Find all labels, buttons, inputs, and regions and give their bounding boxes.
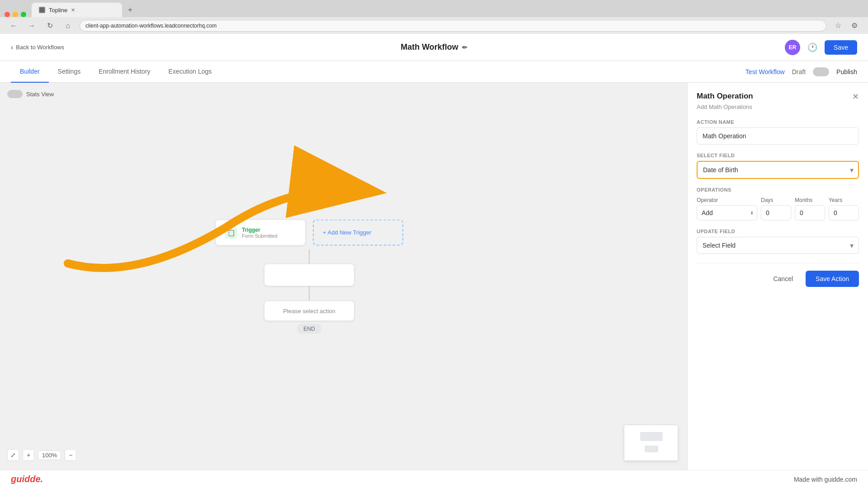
stats-toggle-switch[interactable] — [7, 90, 23, 98]
workflow-canvas[interactable]: Stats View 📋 Trigger Form Submitted + Ad… — [0, 83, 687, 470]
panel-close-button[interactable]: ✕ — [852, 92, 859, 102]
toolbar-icons: ☆ ⚙ — [832, 19, 861, 32]
sub-nav-tabs: Builder Settings Enrollment History Exec… — [11, 61, 745, 83]
connector-line-2 — [309, 286, 310, 300]
days-input[interactable] — [761, 205, 791, 221]
expand-icon[interactable]: ⤢ — [7, 449, 19, 461]
publish-button[interactable]: Publish — [836, 68, 857, 75]
browser-tab-topline[interactable]: Topline ✕ — [32, 3, 122, 17]
operator-select[interactable]: Add — [697, 205, 757, 221]
browser-tabs: Topline ✕ + — [0, 0, 868, 17]
years-input[interactable] — [829, 205, 859, 221]
bookmark-icon[interactable]: ☆ — [832, 19, 844, 32]
select-field-label: SELECT FIELD — [697, 153, 859, 158]
traffic-lights — [5, 12, 26, 17]
operations-section: OPERATIONS Operator Days Months Years Ad… — [697, 187, 859, 221]
draft-toggle[interactable] — [813, 67, 829, 76]
save-button[interactable]: Save — [825, 40, 857, 55]
zoom-in-button[interactable]: + — [23, 449, 34, 461]
workflow-title: Math Workflow ✏ — [401, 42, 467, 52]
refresh-button[interactable]: ↻ — [43, 19, 56, 32]
back-arrow-icon: ‹ — [11, 43, 13, 52]
months-input[interactable] — [795, 205, 825, 221]
address-bar[interactable]: client-app-automation-workflows.leadconn… — [80, 20, 826, 32]
update-field-section: UPDATE FIELD Select Field — [697, 229, 859, 254]
new-tab-button[interactable]: + — [124, 4, 137, 16]
zoom-out-button[interactable]: − — [65, 449, 76, 461]
tab-close-icon[interactable]: ✕ — [71, 7, 75, 13]
end-badge: END — [297, 324, 321, 333]
operator-select-wrapper: Add — [697, 205, 757, 221]
action-placeholder-node[interactable]: Please select action — [264, 300, 354, 321]
stats-label: Stats View — [26, 91, 54, 98]
guidde-footer: guidde. Made with guidde.com — [0, 470, 868, 488]
guidde-logo: guidde. — [11, 474, 43, 484]
action-name-input[interactable] — [697, 127, 859, 145]
traffic-light-green[interactable] — [21, 12, 26, 17]
browser-toolbar: ← → ↻ ⌂ client-app-automation-workflows.… — [0, 17, 868, 34]
back-label: Back to Workflows — [16, 44, 64, 51]
nav-right: ER 🕐 Save — [785, 40, 857, 55]
update-field-wrapper: Select Field — [697, 237, 859, 254]
cancel-button[interactable]: Cancel — [766, 271, 800, 287]
save-action-button[interactable]: Save Action — [806, 271, 859, 287]
address-text: client-app-automation-workflows.leadconn… — [85, 23, 217, 29]
draft-label: Draft — [792, 68, 806, 75]
guidde-made-with: Made with guidde.com — [794, 476, 857, 483]
zoom-controls: ⤢ + 100% − — [7, 449, 76, 461]
panel-header: Math Operation ✕ — [697, 92, 859, 102]
back-to-workflows-button[interactable]: ‹ Back to Workflows — [11, 43, 64, 52]
update-field-dropdown[interactable]: Select Field — [697, 237, 859, 254]
traffic-light-yellow[interactable] — [13, 12, 18, 17]
years-col-label: Years — [829, 197, 859, 203]
edit-workflow-icon[interactable]: ✏ — [462, 44, 467, 51]
operations-label: OPERATIONS — [697, 187, 859, 192]
forward-button[interactable]: → — [25, 19, 38, 32]
days-col-label: Days — [761, 197, 791, 203]
mini-map — [624, 425, 678, 461]
ops-input-row: Add — [697, 205, 859, 221]
months-col-label: Months — [795, 197, 825, 203]
zoom-level: 100% — [38, 450, 61, 460]
svg-rect-2 — [640, 432, 663, 441]
test-workflow-button[interactable]: Test Workflow — [745, 68, 785, 75]
settings-icon[interactable]: ⚙ — [848, 19, 861, 32]
home-button[interactable]: ⌂ — [61, 19, 74, 32]
sub-nav: Builder Settings Enrollment History Exec… — [0, 61, 868, 83]
side-panel: Math Operation ✕ Add Math Operations ACT… — [687, 83, 868, 470]
panel-footer: Cancel Save Action — [697, 263, 859, 287]
action-placeholder-text: Please select action — [274, 307, 345, 314]
arrow-annotation — [45, 137, 416, 283]
operator-col-label: Operator — [697, 197, 757, 203]
workflow-title-text: Math Workflow — [401, 42, 458, 52]
browser-chrome: Topline ✕ + ← → ↻ ⌂ client-app-automatio… — [0, 0, 868, 34]
panel-subtitle: Add Math Operations — [697, 103, 859, 110]
action-name-label: ACTION NAME — [697, 119, 859, 125]
select-field-wrapper: Date of Birth — [697, 161, 859, 179]
stats-toggle: Stats View — [7, 90, 54, 98]
svg-rect-3 — [645, 446, 658, 452]
main-area: Stats View 📋 Trigger Form Submitted + Ad… — [0, 83, 868, 470]
action-name-section: ACTION NAME — [697, 119, 859, 145]
tab-enrollment-history[interactable]: Enrollment History — [90, 61, 159, 83]
top-nav: ‹ Back to Workflows Math Workflow ✏ ER 🕐… — [0, 34, 868, 61]
app: ‹ Back to Workflows Math Workflow ✏ ER 🕐… — [0, 34, 868, 470]
ops-header-row: Operator Days Months Years — [697, 197, 859, 205]
select-field-section: SELECT FIELD Date of Birth — [697, 153, 859, 179]
tab-settings[interactable]: Settings — [49, 61, 90, 83]
panel-title: Math Operation — [697, 92, 753, 101]
update-field-label: UPDATE FIELD — [697, 229, 859, 234]
tab-favicon — [39, 7, 45, 13]
tab-builder[interactable]: Builder — [11, 61, 49, 83]
select-field-dropdown[interactable]: Date of Birth — [697, 161, 859, 179]
history-icon[interactable]: 🕐 — [807, 42, 817, 52]
tab-title: Topline — [49, 7, 67, 14]
traffic-light-red[interactable] — [5, 12, 10, 17]
user-avatar[interactable]: ER — [785, 40, 800, 55]
sub-nav-right: Test Workflow Draft Publish — [745, 67, 857, 76]
back-button[interactable]: ← — [7, 19, 20, 32]
tab-execution-logs[interactable]: Execution Logs — [160, 61, 221, 83]
svg-rect-0 — [40, 8, 44, 12]
